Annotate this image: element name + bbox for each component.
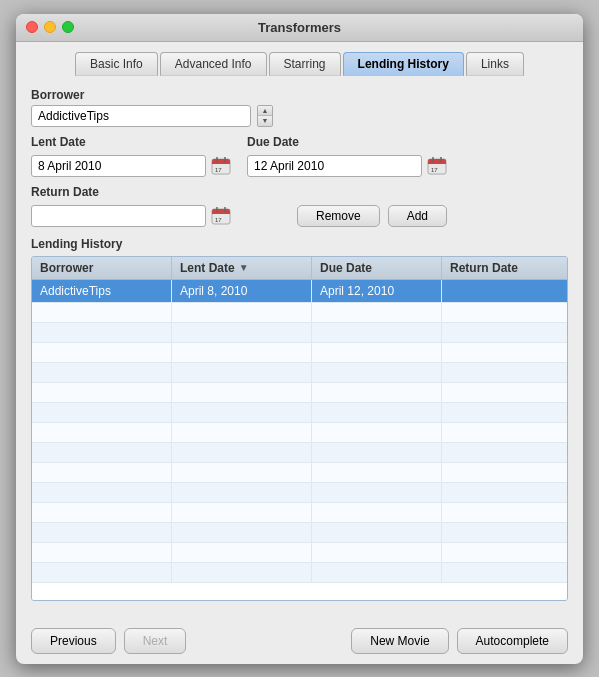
stepper-down-button[interactable]: ▼ [258, 116, 272, 126]
lent-date-group: Lent Date 17 [31, 135, 232, 177]
col-return-date[interactable]: Return Date [442, 257, 567, 279]
cell-borrower: AddictiveTips [32, 280, 172, 302]
bottom-left-buttons: Previous Next [31, 628, 186, 654]
return-date-wrap: 17 [31, 205, 232, 227]
return-date-input[interactable] [31, 205, 206, 227]
new-movie-button[interactable]: New Movie [351, 628, 448, 654]
col-lent-date[interactable]: Lent Date ▼ [172, 257, 312, 279]
cell-due-date: April 12, 2010 [312, 280, 442, 302]
bottom-bar: Previous Next New Movie Autocomplete [16, 616, 583, 664]
due-date-group: Due Date 17 [247, 135, 448, 177]
cell-return-date [442, 280, 567, 302]
tab-basic-info[interactable]: Basic Info [75, 52, 158, 76]
stepper-up-button[interactable]: ▲ [258, 106, 272, 116]
svg-rect-2 [212, 162, 230, 164]
sort-arrow-icon: ▼ [239, 262, 249, 273]
tab-bar: Basic Info Advanced Info Starring Lendin… [31, 52, 568, 76]
empty-row [32, 563, 567, 583]
window-title: Transformers [258, 20, 341, 35]
borrower-label: Borrower [31, 88, 568, 102]
borrower-row: ▲ ▼ [31, 105, 568, 127]
svg-text:17: 17 [215, 167, 222, 173]
maximize-button[interactable] [62, 21, 74, 33]
minimize-button[interactable] [44, 21, 56, 33]
col-borrower[interactable]: Borrower [32, 257, 172, 279]
svg-rect-14 [212, 212, 230, 214]
empty-row [32, 343, 567, 363]
empty-row [32, 443, 567, 463]
empty-row [32, 463, 567, 483]
main-window: Transformers Basic Info Advanced Info St… [16, 14, 583, 664]
borrower-section: Borrower ▲ ▼ [31, 88, 568, 127]
lent-date-label: Lent Date [31, 135, 232, 149]
empty-row [32, 363, 567, 383]
due-date-label: Due Date [247, 135, 448, 149]
empty-row [32, 543, 567, 563]
lending-history-title: Lending History [31, 237, 568, 251]
due-date-wrap: 17 [247, 155, 448, 177]
empty-row [32, 483, 567, 503]
lending-history-table: Borrower Lent Date ▼ Due Date Return Dat… [31, 256, 568, 601]
svg-rect-8 [428, 162, 446, 164]
tab-lending-history[interactable]: Lending History [343, 52, 464, 76]
table-row[interactable]: AddictiveTips April 8, 2010 April 12, 20… [32, 280, 567, 303]
empty-row [32, 303, 567, 323]
col-due-date[interactable]: Due Date [312, 257, 442, 279]
lent-date-calendar-icon[interactable]: 17 [210, 155, 232, 177]
due-date-calendar-icon[interactable]: 17 [426, 155, 448, 177]
borrower-input[interactable] [31, 105, 251, 127]
return-row: Return Date 17 [31, 185, 568, 227]
close-button[interactable] [26, 21, 38, 33]
return-date-calendar-icon[interactable]: 17 [210, 205, 232, 227]
remove-button[interactable]: Remove [297, 205, 380, 227]
empty-row [32, 423, 567, 443]
lent-date-input[interactable] [31, 155, 206, 177]
svg-text:17: 17 [215, 217, 222, 223]
bottom-right-buttons: New Movie Autocomplete [351, 628, 568, 654]
tab-advanced-info[interactable]: Advanced Info [160, 52, 267, 76]
next-button[interactable]: Next [124, 628, 187, 654]
svg-text:17: 17 [431, 167, 438, 173]
due-date-input[interactable] [247, 155, 422, 177]
add-button[interactable]: Add [388, 205, 447, 227]
empty-row [32, 503, 567, 523]
empty-row [32, 383, 567, 403]
tab-starring[interactable]: Starring [269, 52, 341, 76]
traffic-lights [26, 21, 74, 33]
empty-row [32, 323, 567, 343]
return-date-label: Return Date [31, 185, 232, 199]
remove-add-buttons: Remove Add [297, 205, 447, 227]
return-date-group: Return Date 17 [31, 185, 232, 227]
empty-row [32, 403, 567, 423]
titlebar: Transformers [16, 14, 583, 42]
lent-date-wrap: 17 [31, 155, 232, 177]
table-body: AddictiveTips April 8, 2010 April 12, 20… [32, 280, 567, 600]
previous-button[interactable]: Previous [31, 628, 116, 654]
tab-links[interactable]: Links [466, 52, 524, 76]
borrower-stepper[interactable]: ▲ ▼ [257, 105, 273, 127]
main-content: Basic Info Advanced Info Starring Lendin… [16, 42, 583, 616]
autocomplete-button[interactable]: Autocomplete [457, 628, 568, 654]
cell-lent-date: April 8, 2010 [172, 280, 312, 302]
table-header: Borrower Lent Date ▼ Due Date Return Dat… [32, 257, 567, 280]
empty-row [32, 523, 567, 543]
dates-row: Lent Date 17 [31, 135, 568, 177]
